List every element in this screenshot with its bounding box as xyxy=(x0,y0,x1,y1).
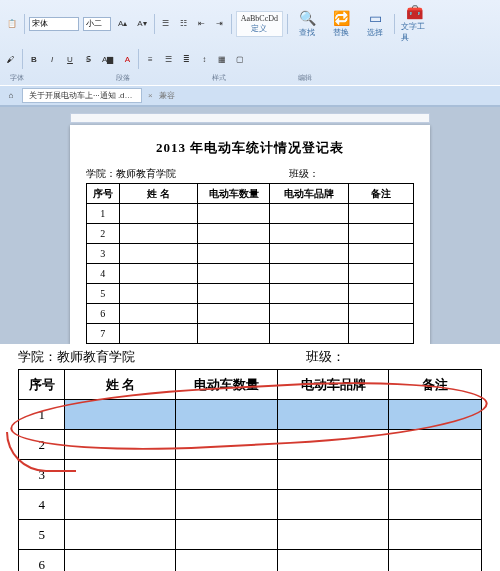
highlight-icon[interactable]: A▆ xyxy=(99,52,116,66)
table-row: 7 xyxy=(87,324,414,344)
horizontal-ruler[interactable] xyxy=(70,113,430,123)
col-qty: 电动车数量 xyxy=(198,184,270,204)
table-row: 5 xyxy=(87,284,414,304)
table-row: 2 xyxy=(19,430,482,460)
bold-button[interactable]: B xyxy=(27,52,41,66)
shading-icon[interactable]: ▦ xyxy=(215,52,229,66)
font-name-select[interactable] xyxy=(29,17,79,31)
group-label-style: 样式 xyxy=(206,73,232,83)
borders-icon[interactable]: ▢ xyxy=(233,52,247,66)
indent-dec-icon[interactable]: ⇤ xyxy=(195,17,209,31)
table-row: 1 xyxy=(87,204,414,224)
line-spacing-icon[interactable]: ↕ xyxy=(197,52,211,66)
table-row: 6 xyxy=(19,550,482,572)
bullets-icon[interactable]: ☰ xyxy=(159,17,173,31)
align-center-icon[interactable]: ☰ xyxy=(161,52,175,66)
col-note: 备注 xyxy=(389,370,482,400)
style-gallery-item[interactable]: AaBbCcDd 定义 xyxy=(236,11,283,37)
italic-button[interactable]: I xyxy=(45,52,59,66)
class-label: 班级： xyxy=(289,168,319,179)
table-row: 4 xyxy=(19,490,482,520)
college-label: 学院： xyxy=(86,168,116,179)
replace-icon: 🔁 xyxy=(333,10,350,26)
home-tab-icon[interactable]: ⌂ xyxy=(4,89,18,103)
document-page[interactable]: 2013 年电动车统计情况登记表 学院：教师教育学院 班级： 序号 姓 名 电动… xyxy=(70,125,430,344)
col-brand: 电动车品牌 xyxy=(278,370,389,400)
align-left-icon[interactable]: ≡ xyxy=(143,52,157,66)
grow-font-icon[interactable]: A▴ xyxy=(115,17,130,31)
font-color-icon[interactable]: A xyxy=(120,52,134,66)
table-row-selected: 1 xyxy=(19,400,482,430)
zoomed-view: 学院：教师教育学院 班级： 序号 姓 名 电动车数量 电动车品牌 备注 1 2 … xyxy=(0,344,500,571)
group-label-font: 字体 xyxy=(4,73,30,83)
table-row: 3 xyxy=(19,460,482,490)
doc-meta-row: 学院：教师教育学院 班级： xyxy=(86,167,414,181)
table-header-row: 序号 姓 名 电动车数量 电动车品牌 备注 xyxy=(87,184,414,204)
indent-inc-icon[interactable]: ⇥ xyxy=(213,17,227,31)
college-label-zoom: 学院： xyxy=(18,349,57,364)
table-row: 5 xyxy=(19,520,482,550)
tools-label: 文字工具 xyxy=(401,21,427,43)
replace-label: 替换 xyxy=(333,27,349,38)
college-value: 教师教育学院 xyxy=(116,168,176,179)
select-button[interactable]: ▭ 选择 xyxy=(360,8,390,40)
group-label-edit: 编辑 xyxy=(292,73,318,83)
replace-button[interactable]: 🔁 替换 xyxy=(326,8,356,40)
select-icon: ▭ xyxy=(369,10,382,26)
table-row: 3 xyxy=(87,244,414,264)
find-icon: 🔍 xyxy=(299,10,316,26)
col-brand: 电动车品牌 xyxy=(270,184,348,204)
align-right-icon[interactable]: ≣ xyxy=(179,52,193,66)
col-qty: 电动车数量 xyxy=(176,370,278,400)
numbering-icon[interactable]: ☷ xyxy=(177,17,191,31)
paste-icon[interactable]: 📋 xyxy=(4,17,20,31)
col-idx: 序号 xyxy=(19,370,65,400)
find-button[interactable]: 🔍 查找 xyxy=(292,8,322,40)
col-note: 备注 xyxy=(348,184,413,204)
document-tab[interactable]: 关于开展电动车上···通知 .doc * xyxy=(22,88,142,103)
strike-icon[interactable]: S̶ xyxy=(81,52,95,66)
underline-button[interactable]: U xyxy=(63,52,77,66)
document-tabbar: ⌂ 关于开展电动车上···通知 .doc * × 兼容 xyxy=(0,85,500,106)
group-label-paragraph: 段落 xyxy=(110,73,136,83)
col-name: 姓 名 xyxy=(65,370,176,400)
style-sample-text: AaBbCcDd xyxy=(241,14,278,23)
table-row: 6 xyxy=(87,304,414,324)
font-size-select[interactable] xyxy=(83,17,111,31)
ribbon: 📋 A▴ A▾ ☰ ☷ ⇤ ⇥ AaBbCcDd 定义 🔍 查找 🔁 替换 ▭ … xyxy=(0,0,500,107)
compat-mode-label: 兼容 xyxy=(159,90,175,101)
college-value-zoom: 教师教育学院 xyxy=(57,349,135,364)
document-viewport: 2013 年电动车统计情况登记表 学院：教师教育学院 班级： 序号 姓 名 电动… xyxy=(0,107,500,344)
tools-button[interactable]: 🧰 文字工具 xyxy=(399,2,429,45)
registration-table-zoom[interactable]: 序号 姓 名 电动车数量 电动车品牌 备注 1 2 3 4 5 6 xyxy=(18,369,482,571)
registration-table-upper[interactable]: 序号 姓 名 电动车数量 电动车品牌 备注 1 2 3 4 5 6 7 xyxy=(86,183,414,344)
col-idx: 序号 xyxy=(87,184,120,204)
close-tab-icon[interactable]: × xyxy=(146,91,155,100)
style-caption: 定义 xyxy=(241,23,278,34)
find-label: 查找 xyxy=(299,27,315,38)
select-label: 选择 xyxy=(367,27,383,38)
format-painter-icon[interactable]: 🖌 xyxy=(4,52,18,66)
shrink-font-icon[interactable]: A▾ xyxy=(134,17,149,31)
table-header-row: 序号 姓 名 电动车数量 电动车品牌 备注 xyxy=(19,370,482,400)
table-row: 4 xyxy=(87,264,414,284)
tools-icon: 🧰 xyxy=(406,4,423,20)
col-name: 姓 名 xyxy=(119,184,197,204)
table-row: 2 xyxy=(87,224,414,244)
doc-meta-row-zoom: 学院：教师教育学院 班级： xyxy=(18,348,482,366)
doc-title: 2013 年电动车统计情况登记表 xyxy=(86,139,414,157)
class-label-zoom: 班级： xyxy=(306,349,345,364)
